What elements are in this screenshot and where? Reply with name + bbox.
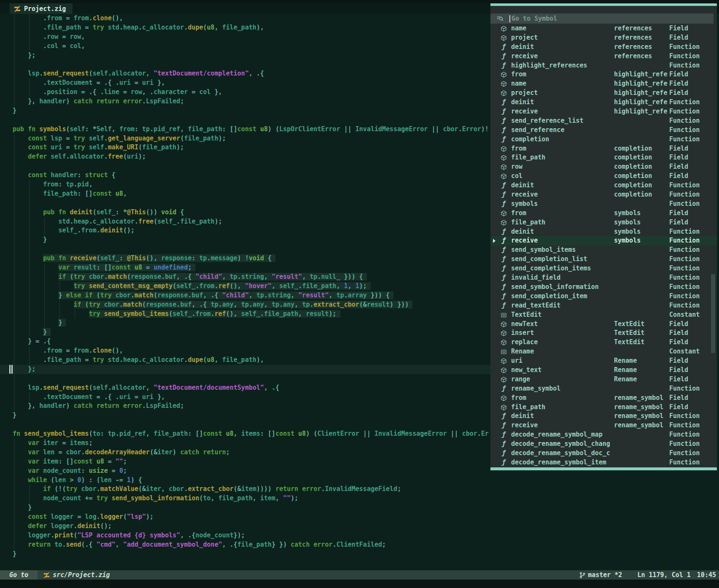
symbol-list-item[interactable]: colcompletionField: [490, 172, 717, 181]
symbol-list-item[interactable]: uriRenameField: [490, 356, 717, 366]
symbol-container: rename_symbol: [614, 421, 669, 430]
symbol-list-item[interactable]: ƒdecode_rename_symbol_itemFunction: [490, 458, 717, 467]
symbol-list-item[interactable]: file_pathrename_symbolField: [490, 403, 717, 412]
symbol-kind: Field: [669, 366, 716, 375]
symbol-list-item[interactable]: ƒdeinitrename_symbolFunction: [490, 412, 717, 421]
symbol-container: rename_symbol: [614, 394, 669, 403]
cube-outline-icon: [500, 71, 507, 78]
code-line: }: [0, 328, 490, 337]
symbol-list-item[interactable]: ƒread_textEditFunction: [490, 301, 717, 310]
indent-guide: [29, 32, 30, 42]
file-path: src/Project.zig: [53, 571, 110, 579]
symbol-list-item[interactable]: rowcompletionField: [490, 162, 717, 172]
function-f-icon: ƒ: [500, 108, 507, 115]
symbol-list-item[interactable]: ƒsend_completion_itemFunction: [490, 292, 717, 301]
symbol-list-item[interactable]: rangeRenameField: [490, 375, 717, 384]
file-indicator[interactable]: src/Project.zig: [43, 571, 110, 579]
symbol-name: project: [511, 89, 612, 98]
code-line: }: [0, 235, 490, 245]
symbol-name: col: [511, 172, 612, 181]
indent-guide: [29, 217, 30, 227]
symbol-container: references: [614, 43, 669, 52]
symbol-list-item[interactable]: ƒsend_symbol_itemsFunction: [490, 245, 717, 255]
symbol-list-item[interactable]: ƒsend_completion_listFunction: [490, 255, 717, 264]
code-area[interactable]: .from = from.clone(), .file_path = try s…: [0, 14, 490, 559]
symbol-list-item[interactable]: newTextTextEditField: [490, 320, 717, 329]
indent-guide: [14, 134, 14, 143]
indent-guide: [14, 494, 14, 503]
symbol-name: receive: [511, 190, 612, 200]
symbol-list-item[interactable]: ƒsymbolsFunction: [490, 200, 717, 209]
symbol-list-item[interactable]: ƒreceivehighlight_refeFunction: [490, 107, 717, 116]
symbol-name: receive: [511, 236, 612, 245]
symbol-kind: Function: [669, 43, 716, 52]
symbol-name: send_reference: [511, 126, 612, 135]
symbol-list-item[interactable]: ƒreceivereferencesFunction: [490, 52, 717, 61]
symbol-list-item[interactable]: ƒdecode_rename_symbol_changFunction: [490, 440, 717, 449]
symbol-list-item[interactable]: ƒsend_symbol_informationFunction: [490, 283, 717, 292]
symbol-list-item[interactable]: namereferencesField: [490, 24, 717, 33]
symbol-list-item[interactable]: new_textRenameField: [490, 366, 717, 375]
cube-outline-icon: [500, 210, 507, 217]
symbol-list-item[interactable]: ƒdecode_rename_symbol_mapFunction: [490, 430, 717, 440]
symbol-name: TextEdit: [511, 310, 612, 320]
symbol-list-item[interactable]: insertTextEditField: [490, 329, 717, 338]
cursor-position[interactable]: Ln 1179, Col 1: [637, 571, 690, 579]
symbol-container: references: [614, 52, 669, 61]
symbol-list-item[interactable]: ƒreceivecompletionFunction: [490, 190, 717, 200]
symbol-name: send_completion_items: [511, 264, 612, 273]
symbol-container: symbols: [614, 218, 669, 227]
symbol-kind: Function: [669, 449, 716, 458]
symbol-list-item[interactable]: ƒdeinitsymbolsFunction: [490, 227, 717, 237]
symbol-list-item[interactable]: ƒreceivesymbolsFunction: [490, 236, 717, 245]
symbol-list-item[interactable]: projecthighlight_refeField: [490, 89, 717, 98]
panel-bottom-accent-bar: [490, 467, 717, 470]
panel-scrollbar-thumb[interactable]: [711, 274, 715, 353]
indent-guide: [14, 448, 14, 457]
symbol-list-item[interactable]: ƒinvalid_fieldFunction: [490, 273, 717, 283]
indent-guide: [44, 300, 45, 310]
symbol-list-item[interactable]: fromcompletionField: [490, 144, 717, 154]
symbol-list-item[interactable]: ƒdeinithighlight_refeFunction: [490, 98, 717, 107]
symbol-list-item[interactable]: ƒdecode_rename_symbol_doc_cFunction: [490, 449, 717, 458]
cube-outline-icon: [500, 34, 507, 41]
symbol-list-item[interactable]: projectreferencesField: [490, 33, 717, 43]
function-f-icon: ƒ: [500, 43, 507, 51]
symbol-list-item[interactable]: TextEditConstant: [490, 310, 717, 320]
symbol-container: Rename: [614, 375, 669, 384]
symbol-list-item[interactable]: ƒdeinitreferencesFunction: [490, 43, 717, 52]
symbol-kind: Function: [669, 200, 716, 209]
function-f-icon: ƒ: [500, 459, 507, 466]
symbol-list-item[interactable]: file_pathsymbolsField: [490, 218, 717, 227]
text-cursor: [9, 365, 13, 374]
symbol-list-item[interactable]: ƒcompletionFunction: [490, 135, 717, 144]
text-cursor: [509, 15, 510, 22]
symbol-list-item[interactable]: ƒhighlight_referencesFunction: [490, 61, 717, 70]
indent-guide: [44, 226, 45, 235]
symbol-container: Rename: [614, 366, 669, 375]
symbol-list-item[interactable]: replaceTextEditField: [490, 338, 717, 347]
symbol-list-item[interactable]: ƒsend_completion_itemsFunction: [490, 264, 717, 273]
symbol-list-item[interactable]: fromrename_symbolField: [490, 394, 717, 403]
symbol-list-item[interactable]: file_pathcompletionField: [490, 153, 717, 162]
symbol-list-item[interactable]: namehighlight_refeField: [490, 79, 717, 89]
indent-guide: [29, 328, 30, 337]
symbol-container: completion: [614, 162, 669, 172]
symbol-list-item[interactable]: ƒdeinitcompletionFunction: [490, 181, 717, 190]
symbol-name: deinit: [511, 412, 612, 421]
symbol-kind: Field: [669, 89, 716, 98]
code-line: from: tp.pid,: [0, 180, 490, 189]
symbol-list-item[interactable]: ƒsend_referenceFunction: [490, 126, 717, 135]
symbol-list-item[interactable]: ƒrename_symbolFunction: [490, 384, 717, 394]
symbol-list-item[interactable]: ƒsend_reference_listFunction: [490, 116, 717, 126]
symbol-list-item[interactable]: ƒreceiverename_symbolFunction: [490, 421, 717, 430]
function-f-icon: ƒ: [500, 117, 507, 124]
git-branch-indicator[interactable]: master *2: [579, 571, 622, 579]
indent-guide: [29, 254, 30, 263]
symbol-search-input[interactable]: Go to Symbol: [490, 13, 714, 24]
symbol-list-item[interactable]: fromhighlight_refeField: [490, 70, 717, 79]
symbol-list-item[interactable]: RenameConstant: [490, 347, 717, 356]
symbol-list-item[interactable]: fromsymbolsField: [490, 209, 717, 218]
tab-project-zig[interactable]: Project.zig: [10, 3, 73, 14]
tab-label: Project.zig: [24, 5, 66, 13]
